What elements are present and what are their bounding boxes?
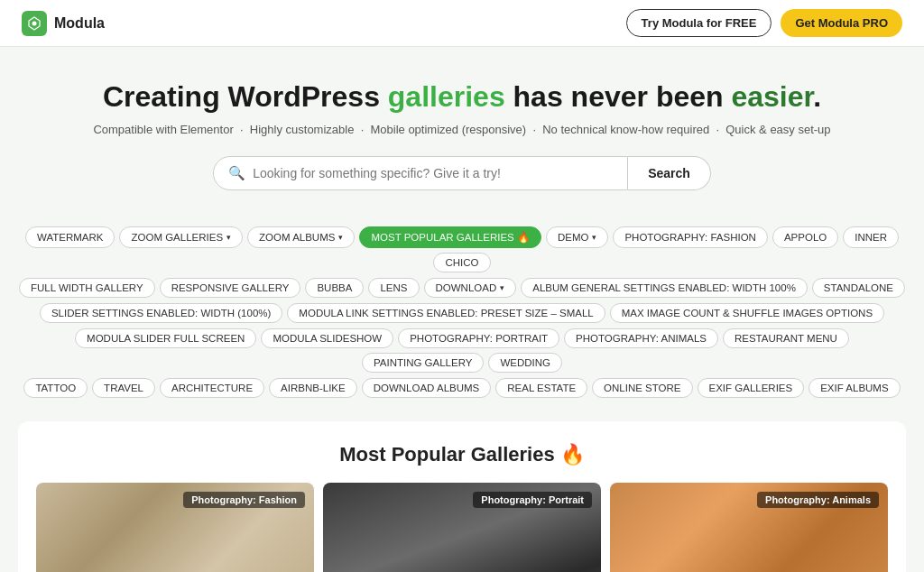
tags-section: WATERMARKZOOM GALLERIES▾ZOOM ALBUMS▾MOST…	[0, 226, 924, 407]
tag-1-0[interactable]: FULL WIDTH GALLERY	[19, 278, 155, 298]
tag-1-1[interactable]: RESPONSIVE GALLERY	[160, 278, 301, 298]
tag-0-2[interactable]: ZOOM ALBUMS▾	[247, 226, 355, 248]
search-input[interactable]	[253, 166, 613, 180]
tags-row-1: FULL WIDTH GALLERYRESPONSIVE GALLERYBUBB…	[18, 278, 906, 298]
chevron-down-icon: ▾	[338, 233, 343, 242]
tag-3-5[interactable]: PAINTING GALLERY	[362, 353, 485, 373]
tag-1-5[interactable]: ALBUM GENERAL SETTINGS ENABLED: WIDTH 10…	[521, 278, 808, 298]
tag-0-0[interactable]: WATERMARK	[25, 226, 115, 248]
headline-end: .	[813, 80, 821, 113]
tag-1-6[interactable]: STANDALONE	[812, 278, 905, 298]
tag-1-2[interactable]: BUBBA	[305, 278, 364, 298]
search-group: 🔍 Search	[213, 156, 711, 190]
tag-0-5[interactable]: PHOTOGRAPHY: FASHION	[613, 226, 768, 248]
tag-4-5[interactable]: REAL ESTATE	[495, 378, 587, 398]
gallery-section: Most Popular Galleries 🔥 Photography: Fa…	[18, 421, 906, 572]
logo-icon	[22, 11, 47, 36]
chevron-down-icon: ▾	[592, 233, 596, 242]
tag-3-0[interactable]: MODULA SLIDER FULL SCREEN	[75, 328, 256, 348]
logo-svg	[27, 16, 42, 31]
search-button[interactable]: Search	[628, 156, 711, 190]
tag-4-4[interactable]: DOWNLOAD ALBUMS	[362, 378, 492, 398]
tags-row-3: MODULA SLIDER FULL SCREENMODULA SLIDESHO…	[18, 328, 906, 373]
gallery-item-label: Photography: Fashion	[183, 492, 305, 508]
tag-3-4[interactable]: RESTAURANT MENU	[723, 328, 849, 348]
tags-row-2: SLIDER SETTINGS ENABLED: WIDTH (100%)MOD…	[18, 303, 906, 323]
gallery-item[interactable]: Photography: Fashion	[36, 483, 314, 572]
search-icon: 🔍	[228, 165, 245, 181]
gallery-item[interactable]: Photography: Portrait	[323, 483, 601, 572]
get-pro-button[interactable]: Get Modula PRO	[781, 9, 902, 37]
nav-buttons: Try Modula for FREE Get Modula PRO	[626, 9, 902, 37]
tag-4-1[interactable]: TRAVEL	[92, 378, 155, 398]
tag-4-2[interactable]: ARCHITECTURE	[160, 378, 264, 398]
tag-0-4[interactable]: DEMO▾	[546, 226, 609, 248]
tag-2-1[interactable]: MODULA LINK SETTINGS ENABLED: PRESET SIZ…	[287, 303, 605, 323]
tag-1-4[interactable]: DOWNLOAD▾	[424, 278, 517, 298]
headline-start: Creating WordPress	[103, 80, 388, 113]
search-bar: 🔍 Search	[18, 156, 906, 190]
tag-3-2[interactable]: PHOTOGRAPHY: PORTRAIT	[398, 328, 559, 348]
tag-0-1[interactable]: ZOOM GALLERIES▾	[119, 226, 243, 248]
tag-3-3[interactable]: PHOTOGRAPHY: ANIMALS	[564, 328, 718, 348]
hero-headline: Creating WordPress galleries has never b…	[18, 79, 906, 114]
headline-mid: has never been	[505, 80, 732, 113]
tag-4-6[interactable]: ONLINE STORE	[592, 378, 692, 398]
gallery-item[interactable]: Photography: Animals	[610, 483, 888, 572]
chevron-down-icon: ▾	[226, 233, 231, 242]
hero-section: Creating WordPress galleries has never b…	[0, 47, 924, 226]
chevron-down-icon: ▾	[500, 283, 504, 292]
tags-row-4: TATTOOTRAVELARCHITECTUREAIRBNB-LIKEDOWNL…	[18, 378, 906, 398]
gallery-title: Most Popular Galleries 🔥	[36, 443, 888, 466]
tag-0-8[interactable]: CHICO	[433, 253, 490, 272]
search-wrap: 🔍	[213, 156, 628, 190]
navbar: Modula Try Modula for FREE Get Modula PR…	[0, 0, 924, 47]
logo-text: Modula	[54, 15, 105, 32]
tag-3-6[interactable]: WEDDING	[488, 353, 562, 373]
tag-4-7[interactable]: EXIF GALLERIES	[698, 378, 805, 398]
gallery-grid: Photography: FashionPhotography: Portrai…	[36, 483, 888, 572]
tag-0-6[interactable]: APPOLO	[772, 226, 838, 248]
gallery-item-label: Photography: Portrait	[473, 492, 592, 508]
tag-3-1[interactable]: MODULA SLIDESHOW	[261, 328, 393, 348]
try-free-button[interactable]: Try Modula for FREE	[626, 9, 772, 37]
headline-green: galleries	[388, 80, 505, 113]
tag-4-8[interactable]: EXIF ALBUMS	[808, 378, 900, 398]
gallery-fire-emoji: 🔥	[560, 443, 585, 466]
logo: Modula	[22, 11, 105, 36]
tag-2-2[interactable]: MAX IMAGE COUNT & SHUFFLE IMAGES OPTIONS	[610, 303, 884, 323]
tag-0-3[interactable]: MOST POPULAR GALLERIES 🔥	[359, 226, 541, 248]
tag-4-3[interactable]: AIRBNB-LIKE	[269, 378, 357, 398]
tag-0-7[interactable]: INNER	[843, 226, 899, 248]
svg-point-0	[32, 21, 37, 25]
gallery-title-text: Most Popular Galleries	[339, 443, 554, 466]
hero-subtitle: Compatible with Elementor · Highly custo…	[18, 123, 906, 136]
tag-2-0[interactable]: SLIDER SETTINGS ENABLED: WIDTH (100%)	[40, 303, 282, 323]
tag-1-3[interactable]: LENS	[368, 278, 419, 298]
headline-dark: easier	[731, 80, 813, 113]
gallery-item-label: Photography: Animals	[757, 492, 879, 508]
tags-row-0: WATERMARKZOOM GALLERIES▾ZOOM ALBUMS▾MOST…	[18, 226, 906, 272]
tag-4-0[interactable]: TATTOO	[23, 378, 88, 398]
